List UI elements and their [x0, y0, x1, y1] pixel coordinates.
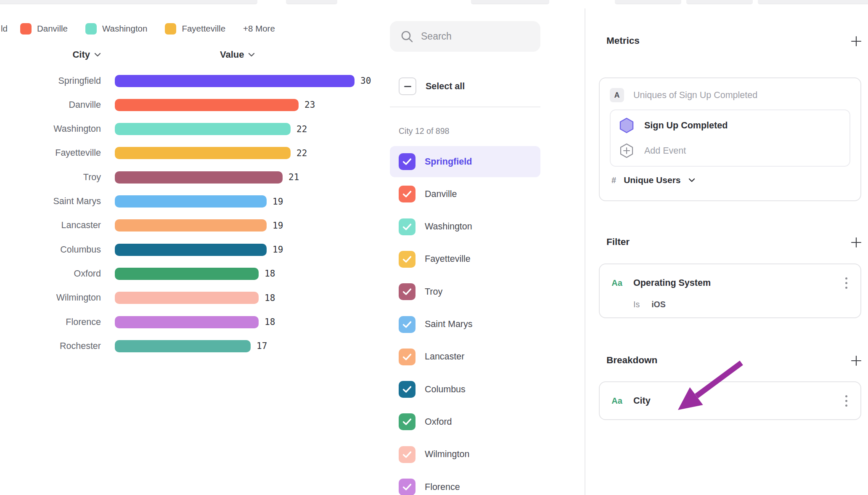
- legend-item-partial: ld: [1, 24, 8, 34]
- city-checkbox-checked[interactable]: [399, 153, 415, 170]
- bar-value-label: 30: [360, 76, 371, 86]
- city-label: Troy: [425, 287, 442, 297]
- chevron-down-icon: [688, 178, 695, 182]
- sort-by-value-header[interactable]: Value: [220, 49, 255, 60]
- tab-sliver: [758, 0, 868, 4]
- number-type-icon: #: [611, 176, 616, 185]
- tab-sliver: [471, 0, 549, 4]
- city-list-item[interactable]: Washington: [390, 211, 540, 242]
- value-header-label: Value: [220, 49, 244, 60]
- search-box[interactable]: [390, 21, 540, 52]
- bar-category-label: Florence: [0, 317, 101, 327]
- sort-by-city-header[interactable]: City: [0, 49, 101, 60]
- bar: [115, 219, 267, 232]
- city-header-label: City: [72, 49, 90, 60]
- city-list-item[interactable]: Troy: [390, 276, 540, 307]
- metric-alias-text: Uniques of Sign Up Completed: [633, 90, 757, 101]
- legend-swatch: [85, 23, 97, 35]
- metric-card: A Uniques of Sign Up Completed Sign Up C…: [599, 77, 861, 201]
- city-list-item[interactable]: Lancaster: [390, 341, 540, 373]
- event-row[interactable]: Sign Up Completed: [611, 113, 849, 138]
- select-all-row[interactable]: Select all: [399, 77, 465, 95]
- select-all-checkbox-indeterminate[interactable]: [399, 77, 416, 95]
- add-filter-button[interactable]: [849, 236, 863, 249]
- filter-options-menu[interactable]: [842, 277, 850, 289]
- city-list-item[interactable]: Danville: [390, 178, 540, 210]
- city-list-item[interactable]: Springfield: [390, 146, 540, 177]
- city-checkbox-checked[interactable]: [399, 283, 415, 300]
- check-icon: [402, 158, 412, 165]
- bar-value-label: 21: [288, 172, 299, 182]
- tab-sliver: [0, 0, 257, 4]
- divider: [390, 106, 540, 107]
- city-list-item[interactable]: Columbus: [390, 374, 540, 405]
- event-card: Sign Up Completed Add Event: [610, 109, 850, 167]
- legend-items: Danville Washington Fayetteville: [20, 23, 243, 35]
- metrics-section-title: Metrics: [606, 35, 640, 46]
- plus-icon: [851, 36, 862, 47]
- filter-property-row[interactable]: Aa Operating System: [610, 274, 850, 291]
- search-input[interactable]: [420, 30, 546, 43]
- add-event-label: Add Event: [644, 146, 686, 156]
- check-icon: [402, 386, 412, 393]
- add-metric-button[interactable]: [849, 35, 863, 48]
- city-checkbox-checked[interactable]: [399, 413, 415, 430]
- check-icon: [402, 451, 412, 458]
- legend-item: Washington: [85, 23, 148, 35]
- metric-alias-row: A Uniques of Sign Up Completed: [610, 88, 850, 103]
- city-list-item[interactable]: Saint Marys: [390, 309, 540, 340]
- city-label: Washington: [425, 221, 472, 232]
- bar: [115, 292, 259, 304]
- city-checkbox-checked[interactable]: [399, 349, 415, 365]
- bar-value-label: 22: [296, 124, 307, 134]
- chart-bar-row: Columbus 19: [0, 238, 283, 262]
- legend-item: Danville: [20, 23, 68, 35]
- city-label: Oxford: [425, 417, 452, 427]
- city-checkbox-checked[interactable]: [399, 251, 415, 268]
- check-icon: [402, 223, 412, 231]
- chart-bar-row: Oxford 18: [0, 262, 275, 286]
- filter-clause-row[interactable]: Is iOS: [610, 300, 850, 309]
- city-list-item[interactable]: Florence: [390, 471, 540, 495]
- add-breakdown-button[interactable]: [849, 354, 863, 367]
- city-list-item[interactable]: Oxford: [390, 406, 540, 437]
- text-type-icon: Aa: [610, 396, 624, 406]
- bar-category-label: Rochester: [0, 341, 101, 351]
- city-checkbox-checked[interactable]: [399, 316, 415, 333]
- breakdown-property-name: City: [633, 396, 833, 406]
- legend-more-button[interactable]: +8 More: [243, 24, 275, 34]
- chart-bar-row: Saint Marys 19: [0, 189, 283, 213]
- filter-section-title: Filter: [606, 237, 630, 248]
- city-checkbox-checked[interactable]: [399, 381, 415, 398]
- tab-sliver: [686, 0, 753, 4]
- add-event-hexagon-plus-icon: [619, 143, 634, 159]
- aggregation-label: Unique Users: [624, 175, 680, 185]
- breakdown-options-menu[interactable]: [842, 395, 850, 407]
- bar-category-label: Columbus: [0, 245, 101, 255]
- breakdown-property-row[interactable]: Aa City: [610, 392, 850, 409]
- legend-item: Fayetteville: [165, 23, 225, 35]
- city-checkbox-checked[interactable]: [399, 446, 415, 463]
- bar-value-label: 18: [265, 317, 275, 327]
- bar: [115, 268, 259, 280]
- legend-label: Washington: [102, 24, 148, 34]
- bar: [115, 123, 291, 135]
- city-checkbox-checked[interactable]: [399, 479, 415, 495]
- add-event-row[interactable]: Add Event: [611, 138, 849, 163]
- city-checkbox-checked[interactable]: [399, 218, 415, 235]
- bar-value-label: 18: [265, 269, 275, 279]
- city-label: Florence: [425, 482, 460, 492]
- city-list-item[interactable]: Fayetteville: [390, 244, 540, 275]
- panel-divider: [585, 8, 585, 495]
- breakdown-section-title: Breakdown: [606, 355, 657, 366]
- bar-value-label: 19: [273, 245, 283, 255]
- chevron-down-icon: [248, 53, 255, 57]
- filter-property-name: Operating System: [633, 278, 833, 288]
- city-checkbox-checked[interactable]: [399, 186, 415, 202]
- bar-category-label: Troy: [0, 172, 101, 183]
- filter-card: Aa Operating System Is iOS: [599, 263, 861, 318]
- chevron-down-icon: [94, 53, 101, 57]
- aggregation-dropdown[interactable]: # Unique Users: [610, 175, 850, 185]
- city-list-item[interactable]: Wilmington: [390, 439, 540, 470]
- bar: [115, 195, 267, 208]
